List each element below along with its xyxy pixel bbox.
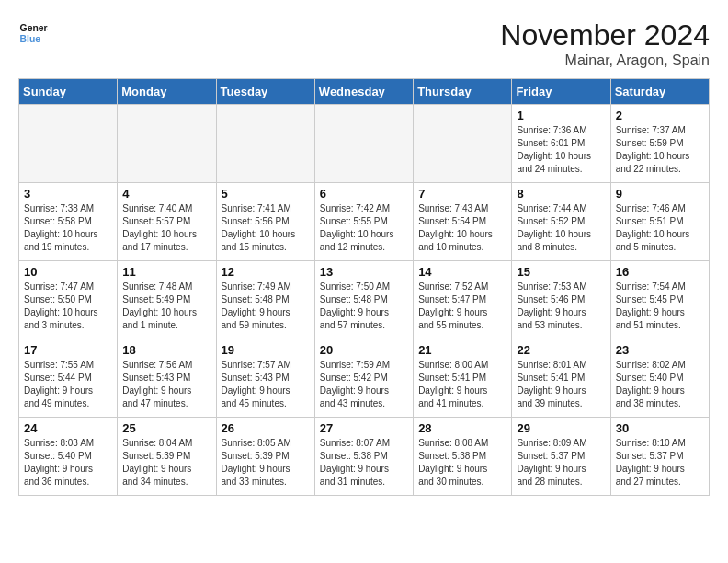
day-number: 22	[517, 343, 605, 357]
day-number: 23	[616, 343, 704, 357]
day-info: Sunrise: 8:01 AM Sunset: 5:41 PM Dayligh…	[517, 359, 605, 410]
day-info: Sunrise: 7:59 AM Sunset: 5:42 PM Dayligh…	[320, 359, 408, 410]
calendar-cell: 5Sunrise: 7:41 AM Sunset: 5:56 PM Daylig…	[216, 183, 314, 261]
header-row: Sunday Monday Tuesday Wednesday Thursday…	[19, 79, 710, 105]
calendar-cell	[314, 105, 413, 183]
day-number: 9	[616, 187, 704, 201]
day-number: 26	[222, 421, 310, 435]
day-number: 5	[222, 187, 310, 201]
calendar-cell: 24Sunrise: 8:03 AM Sunset: 5:40 PM Dayli…	[19, 418, 118, 496]
day-info: Sunrise: 8:04 AM Sunset: 5:39 PM Dayligh…	[122, 437, 210, 488]
day-number: 17	[24, 343, 112, 357]
calendar-cell: 20Sunrise: 7:59 AM Sunset: 5:42 PM Dayli…	[314, 339, 413, 418]
day-info: Sunrise: 7:49 AM Sunset: 5:48 PM Dayligh…	[222, 281, 310, 332]
day-number: 4	[122, 187, 210, 201]
day-number: 7	[418, 187, 506, 201]
day-number: 14	[418, 265, 506, 279]
day-number: 3	[24, 187, 112, 201]
day-number: 29	[517, 421, 605, 435]
calendar-cell: 3Sunrise: 7:38 AM Sunset: 5:58 PM Daylig…	[19, 183, 118, 261]
week-row-2: 3Sunrise: 7:38 AM Sunset: 5:58 PM Daylig…	[19, 183, 710, 261]
calendar-cell	[19, 105, 118, 183]
col-thursday: Thursday	[414, 79, 512, 105]
week-row-3: 10Sunrise: 7:47 AM Sunset: 5:50 PM Dayli…	[19, 261, 710, 339]
day-info: Sunrise: 8:02 AM Sunset: 5:40 PM Dayligh…	[616, 359, 704, 410]
calendar-cell: 12Sunrise: 7:49 AM Sunset: 5:48 PM Dayli…	[216, 261, 314, 339]
day-info: Sunrise: 7:48 AM Sunset: 5:49 PM Dayligh…	[122, 281, 210, 332]
svg-text:Blue: Blue	[20, 34, 41, 44]
day-number: 13	[320, 265, 408, 279]
day-number: 11	[122, 265, 210, 279]
logo: General Blue	[18, 18, 48, 48]
day-info: Sunrise: 7:36 AM Sunset: 6:01 PM Dayligh…	[517, 124, 605, 176]
calendar-cell: 30Sunrise: 8:10 AM Sunset: 5:37 PM Dayli…	[610, 418, 709, 496]
col-wednesday: Wednesday	[314, 79, 413, 105]
day-number: 1	[517, 109, 605, 122]
col-sunday: Sunday	[19, 79, 118, 105]
day-number: 24	[24, 421, 112, 435]
calendar-cell	[414, 105, 512, 183]
calendar-cell: 17Sunrise: 7:55 AM Sunset: 5:44 PM Dayli…	[19, 339, 118, 418]
calendar-cell: 22Sunrise: 8:01 AM Sunset: 5:41 PM Dayli…	[512, 339, 610, 418]
day-info: Sunrise: 7:52 AM Sunset: 5:47 PM Dayligh…	[418, 281, 506, 332]
day-info: Sunrise: 7:41 AM Sunset: 5:56 PM Dayligh…	[222, 202, 310, 254]
day-info: Sunrise: 7:37 AM Sunset: 5:59 PM Dayligh…	[616, 124, 704, 176]
calendar-cell: 26Sunrise: 8:05 AM Sunset: 5:39 PM Dayli…	[216, 418, 314, 496]
day-number: 21	[418, 343, 506, 357]
logo-icon: General Blue	[18, 18, 48, 48]
calendar-cell: 28Sunrise: 8:08 AM Sunset: 5:38 PM Dayli…	[414, 418, 512, 496]
calendar-cell: 1Sunrise: 7:36 AM Sunset: 6:01 PM Daylig…	[512, 105, 610, 183]
day-info: Sunrise: 7:38 AM Sunset: 5:58 PM Dayligh…	[24, 202, 112, 254]
day-info: Sunrise: 7:46 AM Sunset: 5:51 PM Dayligh…	[616, 202, 704, 254]
calendar-table: Sunday Monday Tuesday Wednesday Thursday…	[18, 78, 710, 496]
day-number: 20	[320, 343, 408, 357]
col-saturday: Saturday	[610, 79, 709, 105]
calendar-cell: 19Sunrise: 7:57 AM Sunset: 5:43 PM Dayli…	[216, 339, 314, 418]
day-number: 6	[320, 187, 408, 201]
col-tuesday: Tuesday	[216, 79, 314, 105]
calendar-cell: 23Sunrise: 8:02 AM Sunset: 5:40 PM Dayli…	[610, 339, 709, 418]
day-info: Sunrise: 7:50 AM Sunset: 5:48 PM Dayligh…	[320, 281, 408, 332]
day-info: Sunrise: 7:54 AM Sunset: 5:45 PM Dayligh…	[616, 281, 704, 332]
day-number: 18	[122, 343, 210, 357]
day-number: 28	[418, 421, 506, 435]
calendar-cell: 16Sunrise: 7:54 AM Sunset: 5:45 PM Dayli…	[610, 261, 709, 339]
day-number: 10	[24, 265, 112, 279]
day-info: Sunrise: 8:10 AM Sunset: 5:37 PM Dayligh…	[616, 437, 704, 488]
day-number: 12	[222, 265, 310, 279]
day-info: Sunrise: 7:43 AM Sunset: 5:54 PM Dayligh…	[418, 202, 506, 254]
title-area: November 2024 Mainar, Aragon, Spain	[500, 18, 710, 69]
day-info: Sunrise: 7:57 AM Sunset: 5:43 PM Dayligh…	[222, 359, 310, 410]
calendar-cell: 13Sunrise: 7:50 AM Sunset: 5:48 PM Dayli…	[314, 261, 413, 339]
day-info: Sunrise: 8:00 AM Sunset: 5:41 PM Dayligh…	[418, 359, 506, 410]
day-info: Sunrise: 8:05 AM Sunset: 5:39 PM Dayligh…	[222, 437, 310, 488]
calendar-cell	[216, 105, 314, 183]
calendar-cell: 8Sunrise: 7:44 AM Sunset: 5:52 PM Daylig…	[512, 183, 610, 261]
day-info: Sunrise: 8:08 AM Sunset: 5:38 PM Dayligh…	[418, 437, 506, 488]
day-info: Sunrise: 7:47 AM Sunset: 5:50 PM Dayligh…	[24, 281, 112, 332]
calendar-cell: 21Sunrise: 8:00 AM Sunset: 5:41 PM Dayli…	[414, 339, 512, 418]
day-info: Sunrise: 7:42 AM Sunset: 5:55 PM Dayligh…	[320, 202, 408, 254]
calendar-cell: 7Sunrise: 7:43 AM Sunset: 5:54 PM Daylig…	[414, 183, 512, 261]
day-number: 2	[616, 109, 704, 122]
col-monday: Monday	[118, 79, 216, 105]
day-number: 19	[222, 343, 310, 357]
day-number: 16	[616, 265, 704, 279]
calendar-cell: 15Sunrise: 7:53 AM Sunset: 5:46 PM Dayli…	[512, 261, 610, 339]
day-info: Sunrise: 8:09 AM Sunset: 5:37 PM Dayligh…	[517, 437, 605, 488]
svg-text:General: General	[20, 23, 48, 33]
day-info: Sunrise: 8:03 AM Sunset: 5:40 PM Dayligh…	[24, 437, 112, 488]
day-number: 8	[517, 187, 605, 201]
day-info: Sunrise: 8:07 AM Sunset: 5:38 PM Dayligh…	[320, 437, 408, 488]
week-row-5: 24Sunrise: 8:03 AM Sunset: 5:40 PM Dayli…	[19, 418, 710, 496]
day-info: Sunrise: 7:44 AM Sunset: 5:52 PM Dayligh…	[517, 202, 605, 254]
week-row-1: 1Sunrise: 7:36 AM Sunset: 6:01 PM Daylig…	[19, 105, 710, 183]
calendar-cell: 2Sunrise: 7:37 AM Sunset: 5:59 PM Daylig…	[610, 105, 709, 183]
calendar-cell: 14Sunrise: 7:52 AM Sunset: 5:47 PM Dayli…	[414, 261, 512, 339]
day-info: Sunrise: 7:55 AM Sunset: 5:44 PM Dayligh…	[24, 359, 112, 410]
calendar-cell: 11Sunrise: 7:48 AM Sunset: 5:49 PM Dayli…	[118, 261, 216, 339]
calendar-subtitle: Mainar, Aragon, Spain	[500, 52, 710, 69]
day-info: Sunrise: 7:53 AM Sunset: 5:46 PM Dayligh…	[517, 281, 605, 332]
calendar-cell: 18Sunrise: 7:56 AM Sunset: 5:43 PM Dayli…	[118, 339, 216, 418]
calendar-cell: 27Sunrise: 8:07 AM Sunset: 5:38 PM Dayli…	[314, 418, 413, 496]
